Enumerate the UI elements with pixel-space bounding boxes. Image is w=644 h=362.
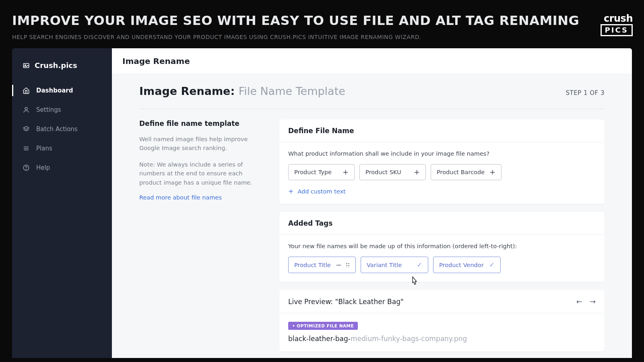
filename-strong: black-leather-bag- [288,335,351,343]
left-paragraph-2: Note: We always include a series of numb… [139,160,260,187]
plus-icon: + [288,187,293,195]
preview-title: Live Preview: "Black Leather Bag" [288,298,404,306]
added-tag-product-title[interactable]: Product Title − [288,257,356,273]
hero-banner: IMPROVE YOUR IMAGE SEO WITH EASY TO USE … [0,0,644,48]
card-define-filename: Define File Name What product informatio… [279,119,605,204]
brand-logo-top: crush [601,14,633,23]
tag-label: Product Barcode [437,169,485,175]
add-custom-text-button[interactable]: + Add custom text [288,187,346,195]
left-paragraph-1: Well named image files help improve Goog… [139,135,260,153]
sidebar-item-plans[interactable]: Plans [12,139,112,158]
check-icon: ✓ [489,261,495,269]
sidebar-item-label: Plans [36,145,52,152]
menu-icon [23,145,30,152]
sidebar-brand-label: Crush.pics [35,61,77,70]
help-icon [23,164,30,171]
check-icon: ✓ [417,261,422,269]
filename-muted: medium-funky-bags-company.png [351,335,467,343]
sidebar-item-help[interactable]: Help [12,158,112,177]
tag-label: Product Vendor [439,262,484,268]
tag-label: Product SKU [365,169,401,175]
sidebar: Crush.pics Dashboard Settings Batch Acti… [12,48,112,358]
preview-filename: black-leather-bag-medium-funky-bags-comp… [288,335,596,343]
plus-icon: + [414,169,420,176]
preview-next-button[interactable]: → [590,297,596,306]
app-icon [23,62,30,69]
read-more-link[interactable]: Read more about file names [139,194,260,201]
plus-icon: + [343,169,349,176]
card-live-preview: Live Preview: "Black Leather Bag" ← → • … [279,290,605,352]
home-icon [23,87,30,94]
tag-label: Variant Title [367,262,402,268]
hero-subtitle: HELP SEARCH ENGINES DISCOVER AND UNDERST… [12,34,632,40]
step-indicator: STEP 1 OF 3 [566,89,605,97]
svg-point-2 [25,107,27,110]
card-desc: What product information shall we includ… [288,150,596,157]
optimized-badge: • OPTIMIZED FILE NAME [288,322,358,330]
card-header: Added Tags [279,212,605,235]
tag-option-product-type[interactable]: Product Type + [288,164,355,180]
content-header: Image Rename [112,48,632,74]
brand-logo-bottom: PICS [605,26,628,34]
card-header: Define File Name [279,119,605,142]
drag-handle-icon[interactable] [346,263,350,267]
content: Image Rename Image Rename: File Name Tem… [112,48,632,358]
sidebar-item-settings[interactable]: Settings [12,100,112,119]
svg-point-7 [26,169,27,169]
sidebar-item-label: Help [36,164,50,171]
layers-icon [23,125,30,133]
added-tag-variant-title[interactable]: Variant Title ✓ [361,257,428,273]
sidebar-item-label: Settings [36,106,61,113]
hero-title: IMPROVE YOUR IMAGE SEO WITH EASY TO USE … [12,13,632,28]
sidebar-item-label: Batch Actions [36,125,78,133]
brand-logo: crush PICS [601,14,633,36]
tag-label: Product Title [294,262,331,268]
add-custom-label: Add custom text [297,188,345,195]
sidebar-item-label: Dashboard [36,87,73,94]
tag-label: Product Type [294,169,332,175]
tag-option-product-sku[interactable]: Product SKU + [359,164,426,180]
page-title-suffix: File Name Template [239,85,345,97]
user-icon [23,106,30,113]
card-desc: Your new file names will be made up of t… [288,243,596,249]
tag-option-product-barcode[interactable]: Product Barcode + [431,164,502,180]
added-tag-product-vendor[interactable]: Product Vendor ✓ [433,257,501,273]
page-title: Image Rename: File Name Template [139,85,345,97]
left-heading: Define file name template [139,119,260,128]
sidebar-brand[interactable]: Crush.pics [12,56,112,81]
remove-icon[interactable]: − [336,261,342,269]
plus-icon: + [489,169,495,176]
page-title-prefix: Image Rename: [139,85,235,97]
sidebar-item-batch-actions[interactable]: Batch Actions [12,119,112,139]
sidebar-item-dashboard[interactable]: Dashboard [12,81,112,100]
preview-prev-button[interactable]: ← [576,297,582,306]
card-added-tags: Added Tags Your new file names will be m… [279,212,605,282]
